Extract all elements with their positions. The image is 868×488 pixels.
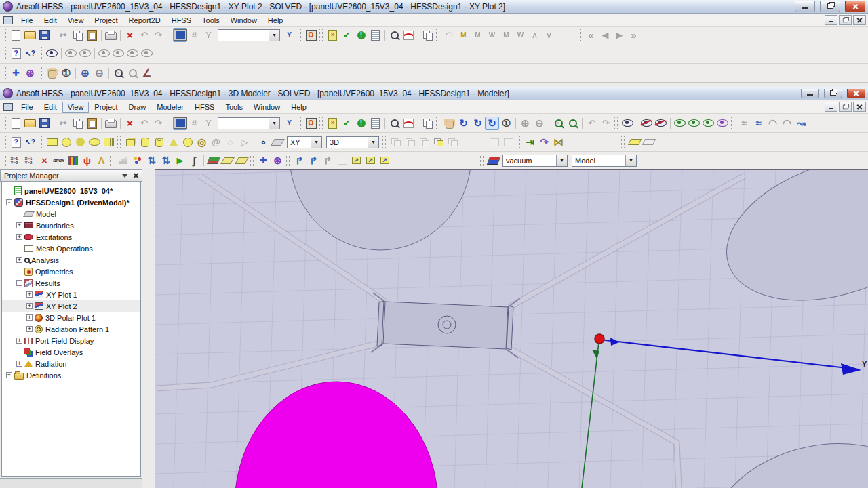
tree-expander[interactable]: - [16, 280, 22, 286]
toolbar-grip[interactable] [578, 29, 581, 41]
validate-button[interactable]: × [326, 28, 340, 42]
toolbar-grip[interactable] [517, 136, 520, 148]
tree-item-radiation-pattern-1[interactable]: +Radiation Pattern 1 [2, 323, 140, 335]
hide-selection-button[interactable] [639, 117, 654, 130]
show-model-button[interactable] [715, 117, 730, 130]
dropdown-arrow-icon[interactable]: ▼ [625, 155, 636, 166]
tree-expander[interactable]: - [6, 199, 12, 205]
solution-data-button[interactable] [368, 117, 382, 130]
toolbar-grip[interactable] [319, 117, 323, 129]
toolbar-grip[interactable] [480, 155, 484, 166]
tree-item-boundaries[interactable]: +Boundaries [2, 220, 140, 231]
toolbar-grip[interactable] [436, 117, 439, 129]
toolbar-grip[interactable] [39, 47, 42, 59]
project-manager-header[interactable]: Project Manager [0, 169, 142, 182]
menu-window[interactable]: Window [225, 15, 262, 26]
fit-selection-button[interactable] [125, 66, 140, 80]
restore-button[interactable] [820, 1, 840, 12]
section-2-button[interactable] [501, 136, 515, 149]
section-1-button[interactable] [487, 136, 501, 149]
cut-plane-1-button[interactable] [220, 154, 235, 167]
tree-item-excitations[interactable]: +Excitations [2, 231, 140, 243]
toolbar-grip[interactable] [167, 29, 170, 41]
draw-sphere-button[interactable] [180, 136, 195, 149]
redo-button[interactable]: ↷ [151, 117, 165, 130]
panel-bottom-bar[interactable] [0, 478, 142, 488]
toolbar-grip[interactable] [167, 117, 170, 129]
bool-split-button[interactable] [431, 136, 446, 149]
toolbar-grip[interactable] [3, 155, 6, 166]
zoom-out-button[interactable]: ⊖ [532, 117, 547, 130]
minimize-button[interactable] [795, 1, 815, 12]
tree-expander[interactable]: + [26, 314, 33, 321]
analyze-button[interactable]: ! [354, 28, 368, 42]
mdi-minimize-button[interactable] [825, 15, 837, 25]
toolbar-grip[interactable] [298, 29, 301, 41]
thicken-sheet-button[interactable] [627, 136, 642, 149]
modeler-viewport[interactable]: Y [155, 169, 868, 488]
toolbar-grip[interactable] [3, 67, 6, 79]
solve-setup-button[interactable]: O [304, 117, 318, 130]
cs-relative-button[interactable]: ↱ [307, 154, 321, 167]
draw-polyline-button[interactable] [102, 136, 116, 149]
tree-expander[interactable]: + [16, 257, 22, 263]
mirror-button[interactable]: ⋈ [551, 136, 566, 149]
tree-expander[interactable]: + [16, 361, 22, 367]
derivatives-button[interactable]: df/dx [52, 154, 66, 167]
show-hidden-button[interactable] [45, 47, 59, 60]
pan-button[interactable] [45, 66, 59, 80]
tree-item-model[interactable]: Model [2, 208, 140, 220]
desktop-button[interactable] [173, 28, 187, 42]
toolbar-grip[interactable] [614, 117, 618, 129]
toolbar-grip[interactable] [298, 117, 301, 129]
draw-cylinder-button[interactable] [138, 136, 152, 149]
toolbar-grip[interactable] [319, 29, 323, 41]
create-report-button[interactable] [401, 28, 416, 42]
draw-rectangle-button[interactable] [45, 136, 59, 149]
tree-item-paneluve2600-15v3-04[interactable]: panelUVE2600_15V3_04* [2, 185, 140, 197]
menu-draw[interactable]: Draw [123, 102, 152, 113]
hide-plot-button[interactable] [64, 47, 78, 60]
copy-button[interactable] [71, 117, 85, 130]
variables-button[interactable]: Y [282, 28, 296, 42]
undo-button[interactable]: ↶ [137, 28, 151, 42]
fit-selection-button[interactable] [566, 117, 580, 130]
rotate-screen-button[interactable]: ↻ [485, 117, 499, 130]
tree-item-mesh-operations[interactable]: Mesh Operations [2, 243, 140, 254]
wave-peak-button[interactable]: ◠ [442, 28, 456, 42]
wave-mm-button[interactable]: M [456, 28, 471, 42]
show-active-button[interactable] [701, 117, 715, 130]
menu-window[interactable]: Window [248, 102, 285, 113]
save-button[interactable] [37, 28, 52, 42]
menu-edit[interactable]: Edit [39, 102, 62, 113]
solution-data-button[interactable] [368, 28, 382, 42]
open-project-button[interactable] [23, 117, 37, 130]
duplicate-button[interactable]: ↷ [537, 136, 551, 149]
toolbar-grip[interactable] [117, 136, 121, 148]
draw-sweep-button[interactable]: ▷ [237, 136, 252, 149]
submit-job-button[interactable]: # [187, 117, 201, 130]
dropdown-arrow-icon[interactable]: ▼ [269, 30, 279, 41]
draw-ellipse-button[interactable] [87, 136, 102, 149]
toolbar-grip[interactable] [436, 29, 439, 41]
draw-helix-button[interactable]: @ [209, 136, 223, 149]
copy-image-button[interactable] [420, 117, 435, 130]
draw-point-button[interactable]: ∘ [256, 136, 271, 149]
desktop-button[interactable] [173, 117, 187, 130]
monitor-job-button[interactable]: Y [201, 117, 216, 130]
toolbar-grip[interactable] [621, 136, 625, 148]
local-vars-2-button[interactable]: X=1 Y=2 [23, 154, 37, 167]
toolbar-grip[interactable] [286, 155, 290, 166]
toolbar-grip[interactable] [3, 117, 6, 129]
cut-button[interactable]: ✂ [56, 117, 71, 130]
dropdown-arrow-icon[interactable]: ▼ [556, 155, 567, 166]
panel-close-icon[interactable] [133, 173, 138, 178]
view-mode-combo[interactable]: 3D▼ [326, 136, 379, 148]
menu-help[interactable]: Help [285, 102, 312, 113]
draw-box-button[interactable] [123, 136, 138, 149]
help-topics-button[interactable]: ? [9, 136, 23, 149]
nav-prev-button[interactable]: ◀ [598, 28, 612, 42]
menu-view[interactable]: View [62, 15, 90, 26]
nav-first-button[interactable]: « [584, 28, 598, 42]
cs-create-button[interactable]: ↱ [292, 154, 307, 167]
